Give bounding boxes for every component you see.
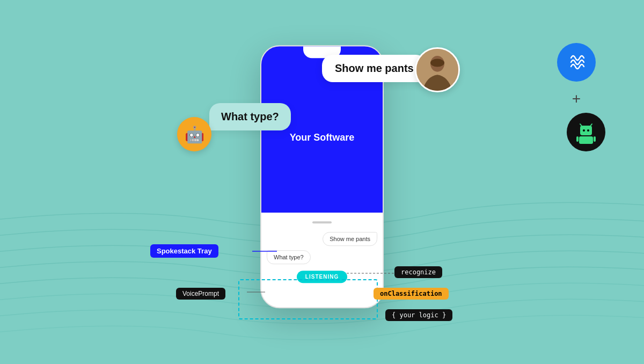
plus-icon: + [572, 90, 581, 107]
main-content: Your Software Show me pants What type? L… [0, 0, 644, 364]
phone-bot-bubble: What type? [267, 250, 311, 264]
on-classification-label: onClassification [374, 288, 449, 300]
android-logo [567, 113, 605, 151]
scroll-indicator [312, 221, 332, 223]
recognize-label: recognize [394, 266, 442, 278]
voice-prompt-label: VoicePrompt [176, 288, 225, 300]
software-label: Your Software [290, 132, 355, 143]
robot-icon: 🤖 [177, 117, 211, 151]
phone-user-bubble: Show me pants [323, 232, 377, 246]
bot-speech-bubble: What type? [209, 103, 291, 130]
svg-rect-9 [576, 136, 579, 142]
svg-point-7 [587, 129, 589, 132]
user-speech-bubble: Show me pants [322, 55, 427, 82]
spokestack-tray-label: Spokestack Tray [150, 244, 218, 258]
your-logic-label: { your logic } [385, 309, 452, 321]
svg-rect-10 [594, 136, 596, 142]
svg-rect-8 [579, 136, 593, 144]
spokestack-logo [557, 43, 596, 82]
phone-mockup: Your Software Show me pants What type? L… [260, 45, 384, 308]
svg-point-6 [583, 129, 585, 132]
user-avatar [415, 47, 460, 92]
dashed-outline-box [238, 279, 378, 319]
svg-point-3 [430, 59, 444, 67]
